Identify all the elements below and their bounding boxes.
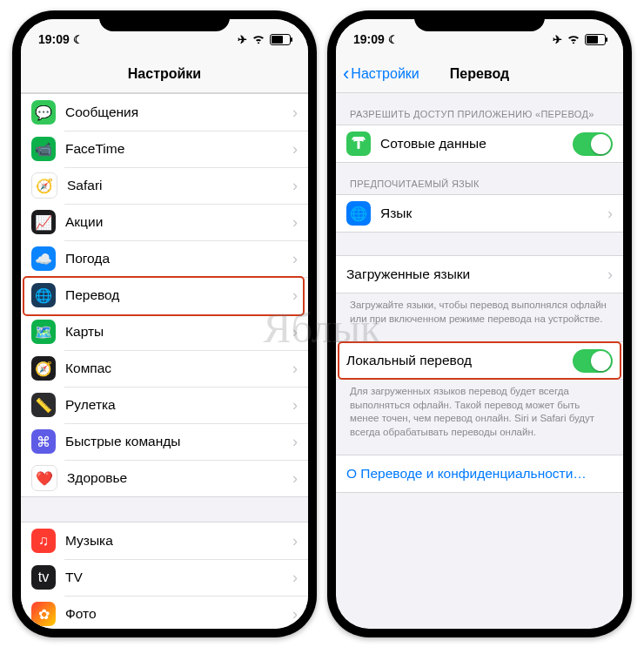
settings-row-фото[interactable]: ✿Фото› [21,596,308,629]
section-header-preferred-language: ПРЕДПОЧИТАЕМЫЙ ЯЗЫК [336,163,623,194]
language-row[interactable]: 🌐 Язык › [336,195,623,232]
chevron-right-icon: › [292,213,298,232]
downloaded-languages-row[interactable]: Загруженные языки › [336,256,623,293]
row-label: Здоровье [67,470,292,486]
globe-icon: 🌐 [346,201,371,226]
chevron-right-icon: › [292,104,298,122]
wifi-icon [567,32,580,46]
cellular-data-row[interactable]: Сотовые данные [336,125,623,162]
row-label: TV [65,570,292,585]
row-label: Музыка [65,533,292,549]
app-icon: ☁️ [31,246,56,271]
page-title: Перевод [450,66,509,82]
dnd-icon: ☾ [73,33,84,46]
airplane-icon: ✈ [238,33,247,46]
settings-row-facetime[interactable]: 📹FaceTime› [21,131,308,167]
privacy-link-row[interactable]: О Переводе и конфиденциальности… [336,455,623,492]
chevron-right-icon: › [607,266,613,284]
downloaded-footer: Загружайте языки, чтобы перевод выполнял… [336,293,623,329]
back-label: Настройки [351,66,419,82]
nav-header: ‹ Настройки Перевод [336,56,623,93]
row-label: FaceTime [65,141,292,157]
cellular-icon [346,131,371,156]
notch [99,10,230,31]
settings-row-перевод[interactable]: 🌐Перевод› [21,277,308,314]
cellular-toggle[interactable] [573,132,613,156]
app-icon: 📈 [31,210,56,234]
app-icon: ❤️ [31,465,57,491]
language-label: Язык [380,206,607,221]
page-title: Настройки [128,66,201,82]
downloaded-label: Загруженные языки [346,266,607,282]
local-translate-toggle[interactable] [573,349,613,373]
row-label: Safari [67,178,292,193]
wifi-icon [252,32,265,46]
chevron-right-icon: › [292,250,298,268]
chevron-right-icon: › [292,469,298,488]
app-icon: 🧭 [31,172,57,199]
app-icon: ♫ [31,529,56,553]
local-footer: Для загруженных языков перевод будет все… [336,380,623,442]
settings-row-рулетка[interactable]: 📏Рулетка› [21,387,308,423]
settings-row-safari[interactable]: 🧭Safari› [21,167,308,204]
dnd-icon: ☾ [388,33,399,46]
phone-right: 19:09 ☾ ✈ ‹ Настройки Перевод [327,10,632,637]
cellular-label: Сотовые данные [380,136,573,152]
chevron-right-icon: › [292,569,298,587]
notch [414,10,545,31]
chevron-right-icon: › [292,323,298,341]
app-icon: 🧭 [31,356,56,381]
chevron-right-icon: › [292,605,298,624]
settings-row-tv[interactable]: tvTV› [21,559,308,596]
chevron-right-icon: › [607,205,613,223]
chevron-right-icon: › [292,177,298,195]
row-label: Рулетка [65,397,292,413]
app-icon: 💬 [31,100,56,125]
row-label: Фото [65,606,292,622]
privacy-label: О Переводе и конфиденциальности… [346,466,613,482]
app-icon: 🗺️ [31,320,56,344]
settings-row-карты[interactable]: 🗺️Карты› [21,314,308,350]
row-label: Перевод [65,287,292,303]
svg-rect-0 [358,141,360,149]
app-icon: ✿ [31,602,56,626]
back-button[interactable]: ‹ Настройки [343,64,419,84]
chevron-right-icon: › [292,360,298,378]
battery-icon [585,34,606,45]
status-time: 19:09 [353,32,385,46]
nav-header: Настройки [21,56,308,93]
local-translate-row[interactable]: Локальный перевод [336,342,623,379]
row-label: Акции [65,214,292,230]
app-icon: 📹 [31,137,56,161]
chevron-right-icon: › [292,140,298,158]
app-icon: 🌐 [31,283,56,307]
settings-row-акции[interactable]: 📈Акции› [21,204,308,240]
chevron-right-icon: › [292,396,298,415]
phone-left: 19:09 ☾ ✈ Настройки 💬Сообщения›📹FaceTime… [12,10,317,637]
section-header-access: РАЗРЕШИТЬ ДОСТУП ПРИЛОЖЕНИЮ «ПЕРЕВОД» [336,93,623,125]
chevron-left-icon: ‹ [343,64,349,84]
settings-row-сообщения[interactable]: 💬Сообщения› [21,94,308,131]
chevron-right-icon: › [292,532,298,550]
settings-row-музыка[interactable]: ♫Музыка› [21,523,308,559]
settings-row-здоровье[interactable]: ❤️Здоровье› [21,460,308,496]
chevron-right-icon: › [292,433,298,451]
local-label: Локальный перевод [346,353,573,368]
settings-row-быстрые-команды[interactable]: ⌘Быстрые команды› [21,423,308,460]
chevron-right-icon: › [292,287,298,305]
airplane-icon: ✈ [553,33,562,46]
battery-icon [270,34,291,45]
translate-settings-scroll[interactable]: РАЗРЕШИТЬ ДОСТУП ПРИЛОЖЕНИЮ «ПЕРЕВОД» Со… [336,93,623,629]
row-label: Быстрые команды [65,434,292,449]
status-time: 19:09 [38,32,70,46]
row-label: Компас [65,361,292,376]
row-label: Сообщения [65,105,292,120]
row-label: Карты [65,324,292,340]
row-label: Погода [65,251,292,266]
settings-list-scroll[interactable]: 💬Сообщения›📹FaceTime›🧭Safari›📈Акции›☁️По… [21,93,308,629]
app-icon: 📏 [31,393,56,417]
app-icon: ⌘ [31,429,56,454]
app-icon: tv [31,565,56,590]
settings-row-компас[interactable]: 🧭Компас› [21,350,308,387]
settings-row-погода[interactable]: ☁️Погода› [21,240,308,277]
